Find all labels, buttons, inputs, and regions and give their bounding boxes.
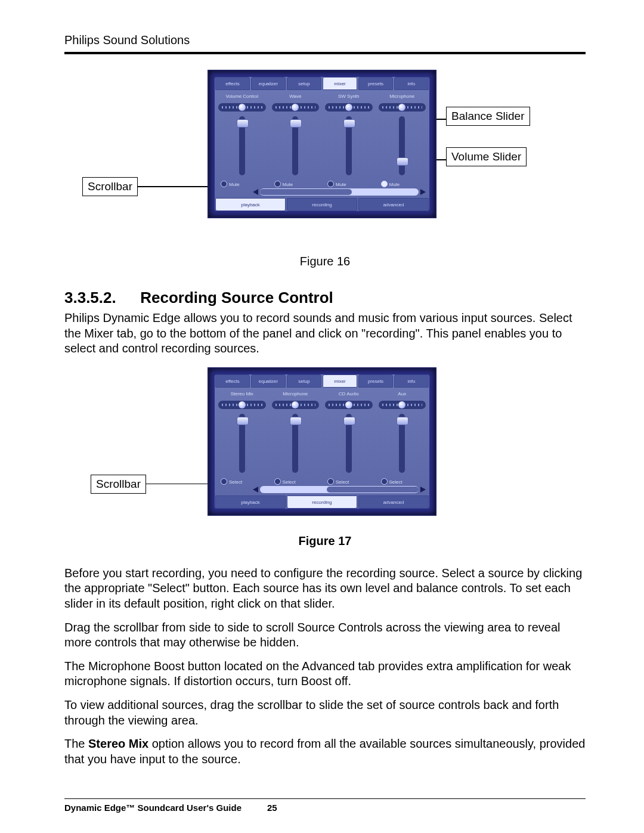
channel-label: Microphone bbox=[271, 390, 321, 398]
tab-mixer[interactable]: mixer bbox=[323, 374, 357, 388]
tab-info[interactable]: info bbox=[394, 77, 429, 90]
channel-microphone: MicrophoneSelect bbox=[271, 390, 321, 485]
tab-equalizer[interactable]: equalizer bbox=[251, 374, 286, 388]
channel-aux: AuxSelect bbox=[377, 390, 428, 485]
tab-effects[interactable]: effects bbox=[215, 77, 250, 90]
balance-slider[interactable] bbox=[272, 401, 320, 409]
p5-bold: Stereo Mix bbox=[88, 737, 148, 750]
scroll-thumb-17[interactable] bbox=[327, 487, 419, 493]
bottom-tabs-17: playbackrecordingadvanced bbox=[215, 496, 429, 509]
tab-setup[interactable]: setup bbox=[287, 77, 321, 90]
balance-slider[interactable] bbox=[379, 401, 426, 409]
paragraph-1: Before you start recording, you need to … bbox=[64, 566, 586, 612]
balance-slider[interactable] bbox=[325, 401, 373, 409]
figure-16: Scrollbar Balance Slider Volume Slider e… bbox=[64, 70, 586, 249]
balance-slider[interactable] bbox=[379, 103, 426, 112]
figure-16-caption: Figure 16 bbox=[64, 255, 586, 268]
channels-16: Volume ControlMuteWaveMuteSW SynthMuteMi… bbox=[217, 92, 427, 187]
mute-button[interactable]: Mute bbox=[377, 181, 428, 187]
tab-recording[interactable]: recording bbox=[287, 496, 357, 509]
channel-sw-synth: SW SynthMute bbox=[324, 92, 374, 187]
tab-effects[interactable]: effects bbox=[215, 374, 250, 388]
scroll-right-icon[interactable] bbox=[420, 487, 426, 493]
tab-setup[interactable]: setup bbox=[287, 374, 321, 388]
paragraph-2: Drag the scrollbar from side to side to … bbox=[64, 620, 586, 651]
channel-label: Wave bbox=[271, 92, 321, 101]
page-footer: Dynamic Edge™ Soundcard User's Guide 25 bbox=[64, 798, 586, 813]
channel-label: Microphone bbox=[377, 92, 428, 101]
tab-presets[interactable]: presets bbox=[358, 77, 393, 90]
p5-pre: The bbox=[64, 737, 88, 750]
balance-slider[interactable] bbox=[218, 401, 266, 409]
bottom-tabs-16: playbackrecordingadvanced bbox=[215, 198, 429, 211]
channel-label: Volume Control bbox=[217, 92, 267, 101]
channel-volume-control: Volume ControlMute bbox=[217, 92, 267, 187]
volume-slider[interactable] bbox=[239, 116, 245, 175]
mixer-panel-17: effectsequalizersetupmixerpresetsinfo St… bbox=[208, 367, 436, 516]
channel-label: SW Synth bbox=[324, 92, 374, 101]
tab-presets[interactable]: presets bbox=[358, 374, 393, 388]
balance-slider[interactable] bbox=[272, 103, 320, 112]
callout-balance-slider: Balance Slider bbox=[446, 107, 530, 126]
section-number: 3.3.5.2. bbox=[64, 289, 136, 307]
top-tabs-16: effectsequalizersetupmixerpresetsinfo bbox=[215, 77, 429, 90]
tab-advanced[interactable]: advanced bbox=[358, 496, 429, 509]
select-button[interactable]: Select bbox=[217, 478, 267, 485]
scroll-left-icon[interactable] bbox=[253, 487, 258, 493]
volume-slider[interactable] bbox=[292, 116, 298, 175]
select-button[interactable]: Select bbox=[324, 478, 374, 485]
scroll-thumb-16[interactable] bbox=[260, 189, 352, 195]
tab-recording[interactable]: recording bbox=[287, 198, 357, 211]
volume-slider[interactable] bbox=[346, 414, 352, 473]
channel-label: CD Audio bbox=[324, 390, 374, 398]
channel-label: Aux bbox=[377, 390, 428, 398]
mixer-panel-16: effectsequalizersetupmixerpresetsinfo Vo… bbox=[208, 70, 436, 218]
volume-slider[interactable] bbox=[399, 414, 405, 473]
figure-17-caption: Figure 17 bbox=[64, 534, 586, 548]
scroll-left-icon[interactable] bbox=[253, 189, 258, 195]
header-rule bbox=[64, 52, 586, 54]
footer-page: 25 bbox=[267, 803, 277, 813]
running-head: Philips Sound Solutions bbox=[64, 33, 586, 47]
callout-volume-slider: Volume Slider bbox=[446, 147, 527, 166]
tab-equalizer[interactable]: equalizer bbox=[251, 77, 286, 90]
paragraph-5: The Stereo Mix option allows you to reco… bbox=[64, 736, 586, 767]
tab-advanced[interactable]: advanced bbox=[358, 198, 429, 211]
paragraph-3: The Microphone Boost button located on t… bbox=[64, 659, 586, 689]
volume-slider[interactable] bbox=[239, 414, 245, 473]
select-button[interactable]: Select bbox=[377, 478, 428, 485]
balance-slider[interactable] bbox=[218, 103, 266, 112]
channel-cd-audio: CD AudioSelect bbox=[324, 390, 374, 485]
figure-17: Scrollbar effectsequalizersetupmixerpres… bbox=[64, 367, 586, 528]
section-heading: 3.3.5.2. Recording Source Control bbox=[64, 289, 586, 307]
mute-button[interactable]: Mute bbox=[271, 181, 321, 187]
tab-mixer[interactable]: mixer bbox=[323, 77, 357, 90]
callout-scrollbar-17: Scrollbar bbox=[91, 475, 146, 494]
paragraph-4: To view additional sources, drag the scr… bbox=[64, 698, 586, 728]
volume-slider[interactable] bbox=[292, 414, 298, 473]
section-intro: Philips Dynamic Edge allows you to recor… bbox=[64, 311, 586, 357]
tab-info[interactable]: info bbox=[394, 374, 429, 388]
select-button[interactable]: Select bbox=[271, 478, 321, 485]
hscroll-16[interactable] bbox=[260, 188, 419, 196]
footer-title: Dynamic Edge™ Soundcard User's Guide bbox=[64, 803, 267, 813]
tab-playback[interactable]: playback bbox=[215, 496, 286, 509]
callout-scrollbar-16: Scrollbar bbox=[82, 177, 138, 196]
mute-button[interactable]: Mute bbox=[324, 181, 374, 187]
volume-slider[interactable] bbox=[346, 116, 352, 175]
channels-17: Stereo MixSelectMicrophoneSelectCD Audio… bbox=[217, 390, 427, 485]
hscroll-17[interactable] bbox=[260, 486, 419, 493]
channel-label: Stereo Mix bbox=[217, 390, 267, 398]
top-tabs-17: effectsequalizersetupmixerpresetsinfo bbox=[215, 374, 429, 388]
channel-microphone: MicrophoneMute bbox=[377, 92, 428, 187]
channel-stereo-mix: Stereo MixSelect bbox=[217, 390, 267, 485]
scroll-right-icon[interactable] bbox=[420, 189, 426, 195]
section-title: Recording Source Control bbox=[140, 289, 333, 306]
channel-wave: WaveMute bbox=[271, 92, 321, 187]
mute-button[interactable]: Mute bbox=[217, 181, 267, 187]
tab-playback[interactable]: playback bbox=[215, 198, 286, 211]
volume-slider[interactable] bbox=[399, 116, 405, 175]
balance-slider[interactable] bbox=[325, 103, 373, 112]
